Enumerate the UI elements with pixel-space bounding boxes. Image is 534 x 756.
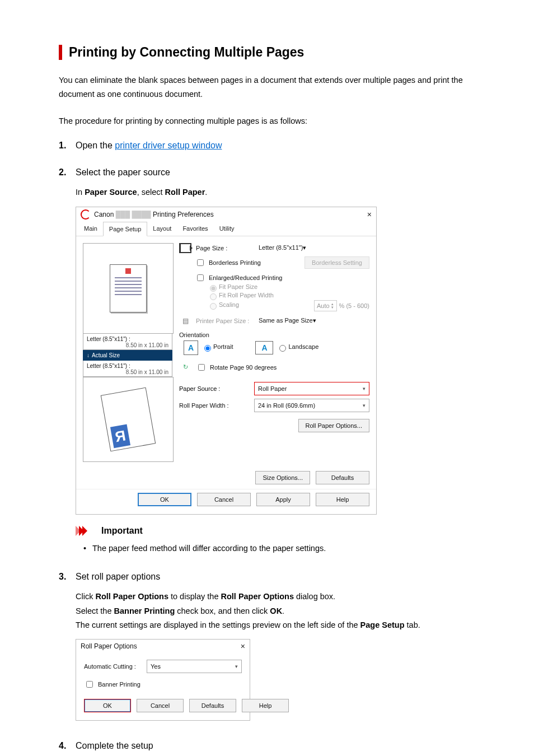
dialog-title-redacted-2: ████ bbox=[132, 211, 151, 218]
chevron-down-icon: ▾ bbox=[303, 244, 306, 251]
cancel-button[interactable]: Cancel bbox=[197, 493, 251, 506]
borderless-setting-button: Borderless Setting bbox=[305, 256, 369, 269]
portrait-radio[interactable]: Portrait bbox=[202, 343, 233, 352]
step-4-number: 4. bbox=[59, 741, 66, 751]
dialog-title-prefix: Canon bbox=[94, 211, 114, 218]
scaling-range-label: % (5 - 600) bbox=[339, 302, 369, 309]
spinner-arrows-icon: ▲▼ bbox=[331, 302, 334, 309]
printer-paper-size-dropdown: Same as Page Size▾ bbox=[259, 317, 369, 324]
borderless-printing-label: Borderless Printing bbox=[209, 259, 261, 266]
step-1-number: 1. bbox=[59, 141, 66, 151]
important-bullet: The paper feed method will differ accord… bbox=[76, 542, 486, 556]
auto-cut-label: Automatic Cutting : bbox=[84, 663, 143, 670]
step-2-sub-b2: Roll Paper bbox=[165, 188, 205, 197]
intro-paragraph-2: The procedure for printing by connecting… bbox=[59, 114, 486, 128]
help-button[interactable]: Help bbox=[316, 493, 369, 506]
dialog-title-redacted-1: ███ bbox=[116, 211, 130, 218]
chevron-down-icon: ▾ bbox=[235, 664, 238, 669]
step-3: 3. Set roll paper options Click Roll Pap… bbox=[59, 572, 486, 721]
apply-button[interactable]: Apply bbox=[256, 493, 310, 506]
important-note: Important The paper feed method will dif… bbox=[76, 526, 486, 556]
step-2-sub-a: In bbox=[76, 188, 85, 197]
scaling-value: Auto bbox=[317, 302, 330, 309]
s3p1b: Roll Paper Options bbox=[95, 592, 168, 601]
step-2-number: 2. bbox=[59, 167, 66, 178]
s3p3a: The current settings are displayed in th… bbox=[76, 620, 360, 629]
close-icon[interactable]: × bbox=[367, 210, 372, 219]
ok-button[interactable]: OK bbox=[138, 493, 191, 506]
preview-upper-dim: 8.50 in x 11.00 in bbox=[87, 342, 168, 348]
dialog-title-suffix: Printing Preferences bbox=[153, 211, 214, 218]
roll-paper-options-button[interactable]: Roll Paper Options... bbox=[298, 419, 370, 432]
s3p2c: check box, and then click bbox=[175, 606, 270, 615]
tab-favorites[interactable]: Favorites bbox=[177, 222, 213, 236]
portrait-icon: A bbox=[184, 340, 198, 355]
preview-lower-dim: 8.50 in x 11.00 in bbox=[87, 369, 168, 375]
fit-roll-width-radio: Fit Roll Paper Width bbox=[207, 292, 369, 300]
step-2-title: Select the paper source bbox=[76, 167, 486, 178]
printer-paper-size-value: Same as Page Size bbox=[259, 317, 313, 324]
printer-paper-size-label: Printer Paper Size : bbox=[196, 318, 254, 324]
fit-paper-size-radio: Fit Paper Size bbox=[207, 283, 369, 292]
page-size-dropdown[interactable]: Letter (8.5"x11")▾ bbox=[259, 244, 369, 251]
rpo-title: Roll Paper Options bbox=[81, 642, 137, 650]
step-1: 1. Open the printer driver setup window bbox=[59, 141, 486, 151]
enlarged-reduced-checkbox[interactable]: Enlarged/Reduced Printing bbox=[195, 272, 369, 283]
tab-page-setup[interactable]: Page Setup bbox=[103, 222, 148, 236]
borderless-printing-checkbox[interactable]: Borderless Printing bbox=[195, 257, 261, 268]
enlarged-reduced-label: Enlarged/Reduced Printing bbox=[209, 274, 282, 281]
close-icon[interactable]: × bbox=[241, 642, 245, 651]
tab-main[interactable]: Main bbox=[78, 222, 103, 236]
rotate-90-checkbox[interactable]: Rotate Page 90 degrees bbox=[196, 362, 277, 373]
scaling-radio: Scaling bbox=[207, 301, 239, 310]
tab-utility[interactable]: Utility bbox=[214, 222, 240, 236]
chevron-down-icon: ▾ bbox=[363, 386, 366, 391]
page-title: Printing by Connecting Multiple Pages bbox=[69, 45, 486, 60]
banner-printing-checkbox[interactable]: Banner Printing bbox=[84, 679, 242, 690]
printing-preferences-dialog: Canon ███ ████ Printing Preferences × Ma… bbox=[76, 207, 377, 515]
printer-driver-setup-link[interactable]: printer driver setup window bbox=[115, 141, 222, 150]
s3p2a: Select the bbox=[76, 606, 114, 615]
landscape-radio[interactable]: Landscape bbox=[277, 343, 318, 352]
intro-paragraph-1: You can eliminate the blank spaces betwe… bbox=[59, 73, 486, 102]
fit-roll-width-label: Fit Roll Paper Width bbox=[219, 292, 274, 298]
rotate-icon: ↻ bbox=[183, 363, 188, 371]
s3p3c: tab. bbox=[405, 620, 420, 629]
rotate-90-label: Rotate Page 90 degrees bbox=[210, 364, 277, 371]
orientation-group-label: Orientation bbox=[179, 332, 369, 338]
paper-source-dropdown[interactable]: Roll Paper▾ bbox=[254, 382, 369, 395]
app-icon bbox=[81, 209, 91, 220]
rpo-defaults-button[interactable]: Defaults bbox=[189, 699, 236, 712]
preview-upper bbox=[83, 243, 174, 334]
tab-layout[interactable]: Layout bbox=[147, 222, 177, 236]
roll-width-dropdown[interactable]: 24 in Roll (609.6mm)▾ bbox=[254, 399, 369, 412]
preview-upper-sheet bbox=[110, 264, 147, 312]
scaling-label: Scaling bbox=[219, 301, 239, 308]
rpo-help-button[interactable]: Help bbox=[242, 699, 289, 712]
rpo-ok-button[interactable]: OK bbox=[84, 699, 131, 712]
step-2: 2. Select the paper source In Paper Sour… bbox=[59, 167, 486, 555]
banner-printing-label: Banner Printing bbox=[98, 681, 140, 688]
auto-cut-dropdown[interactable]: Yes▾ bbox=[147, 660, 242, 673]
paper-source-value: Roll Paper bbox=[258, 385, 287, 392]
fit-paper-size-label: Fit Paper Size bbox=[219, 283, 257, 290]
roll-paper-options-dialog: Roll Paper Options × Automatic Cutting :… bbox=[76, 639, 250, 721]
printer-size-icon: ▤ bbox=[182, 317, 189, 325]
step-3-number: 3. bbox=[59, 572, 66, 582]
step-4-title: Complete the setup bbox=[76, 741, 486, 751]
rpo-cancel-button[interactable]: Cancel bbox=[137, 699, 184, 712]
page-size-label: Page Size : bbox=[196, 245, 254, 251]
actual-size-label: Actual Size bbox=[92, 352, 120, 358]
landscape-label: Landscape bbox=[288, 343, 318, 350]
step-3-title: Set roll paper options bbox=[76, 572, 486, 582]
landscape-icon: A bbox=[255, 341, 273, 354]
portrait-label: Portrait bbox=[213, 343, 233, 350]
step-4: 4. Complete the setup Click OK on the Pa… bbox=[59, 741, 486, 756]
size-options-button[interactable]: Size Options... bbox=[255, 471, 310, 484]
roll-width-value: 24 in Roll (609.6mm) bbox=[258, 402, 315, 409]
s3p3b: Page Setup bbox=[360, 620, 405, 629]
s3p2d: OK bbox=[270, 606, 282, 615]
s3p1e: dialog box. bbox=[294, 592, 335, 601]
important-icon bbox=[76, 526, 98, 536]
defaults-button[interactable]: Defaults bbox=[316, 471, 369, 484]
